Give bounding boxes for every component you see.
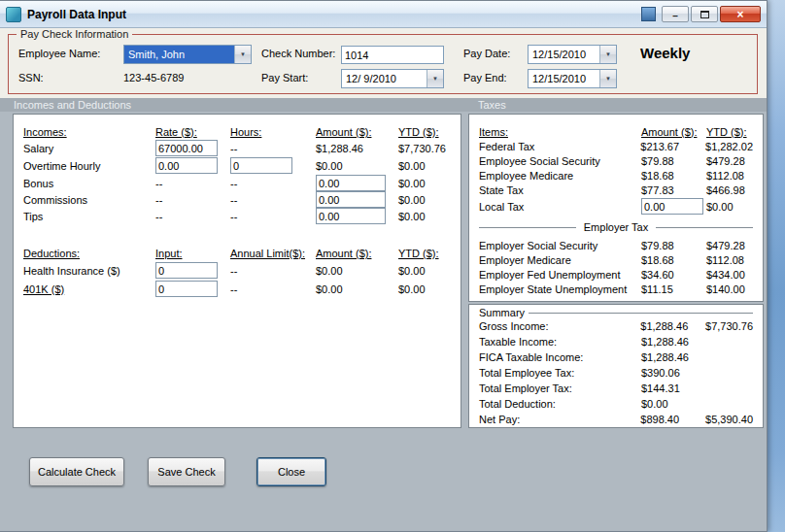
col-ytd: YTD ($): — [398, 126, 461, 138]
tax-ytd: $479.28 — [706, 155, 753, 167]
k401-amount: $0.00 — [316, 283, 398, 295]
check-number-input[interactable] — [341, 46, 444, 64]
pay-date-value[interactable]: 12/15/2010 — [529, 46, 599, 63]
summary-row: FICA Taxable Income: $1,288.46 — [479, 349, 753, 365]
close-icon: × — [736, 8, 743, 21]
ssn-value: 123-45-6789 — [123, 72, 184, 83]
k401-input[interactable] — [155, 281, 218, 297]
employer-tax-label: Employer Tax — [576, 221, 656, 233]
local-tax-input[interactable] — [641, 198, 703, 215]
titlebar[interactable]: Payroll Data Input – × — [0, 1, 767, 28]
local-tax-cell — [641, 198, 706, 215]
salary-hours: -- — [230, 143, 316, 154]
health-limit: -- — [230, 265, 316, 277]
pay-date-dropdown-button[interactable]: ▼ — [599, 46, 616, 63]
employer-tax-separator: Employer Tax — [479, 218, 753, 236]
tax-amount: $79.88 — [641, 155, 706, 167]
col-rate: Rate ($): — [155, 126, 230, 138]
commissions-amount-input[interactable] — [316, 191, 386, 208]
summary-row: Total Employer Tax: $144.31 — [479, 381, 753, 396]
paycheck-info-group: Pay Check Information Employee Name: Smi… — [8, 34, 758, 94]
col-ded-amount: Amount ($): — [316, 248, 398, 259]
save-check-button[interactable]: Save Check — [148, 457, 225, 486]
k401-limit: -- — [230, 283, 316, 295]
income-row-commissions: Commissions -- -- $0.00 — [23, 191, 461, 208]
summary-row-net-pay: Net Pay: $898.40 $5,390.40 — [479, 412, 753, 427]
tax-ytd: $140.00 — [706, 283, 753, 295]
summary-amount: $390.06 — [641, 367, 706, 379]
calculate-check-button[interactable]: Calculate Check — [29, 457, 124, 486]
tax-row: Employer State Unemployment $11.15 $140.… — [479, 282, 753, 296]
overtime-rate-input[interactable] — [155, 157, 218, 174]
tax-row: Employer Fed Unemployment $34.60 $434.00 — [479, 267, 753, 282]
pay-start-dropdown-button[interactable]: ▼ — [427, 70, 443, 87]
tax-row: State Tax $77.83 $466.98 — [479, 183, 753, 197]
income-label: Overtime Hourly — [23, 160, 155, 172]
summary-label: Net Pay: — [479, 414, 640, 425]
health-amount: $0.00 — [316, 265, 398, 277]
summary-row: Gross Income: $1,288.46 $7,730.76 — [479, 318, 753, 334]
minimize-button[interactable]: – — [662, 6, 689, 22]
col-deductions: Deductions: — [23, 248, 155, 259]
tax-item: Employee Medicare — [479, 170, 641, 182]
col-annual-limit: Annual Limit($): — [230, 248, 316, 259]
summary-header-line — [529, 313, 753, 314]
summary-row: Total Employee Tax: $390.06 — [479, 365, 753, 381]
summary-label: Total Employee Tax: — [479, 367, 641, 379]
pay-date-label: Pay Date: — [463, 48, 510, 59]
deduction-label-401k: 401K ($) — [23, 283, 155, 295]
tax-item: Employer Medicare — [479, 254, 641, 266]
ssn-label: SSN: — [18, 72, 44, 83]
tips-amount-cell — [316, 208, 398, 224]
tax-amount: $18.68 — [641, 170, 706, 182]
window-controls: – × — [641, 6, 761, 22]
income-row-salary: Salary -- $1,288.46 $7,730.76 — [23, 140, 461, 156]
chevron-down-icon: ▼ — [240, 51, 246, 57]
window-close-button[interactable]: × — [720, 6, 761, 22]
incomes-section-header: Incomes and Deductions — [14, 99, 131, 111]
pay-end-dropdown-button[interactable]: ▼ — [599, 70, 616, 87]
overtime-amount: $0.00 — [316, 160, 398, 172]
close-form-button[interactable]: Close — [256, 457, 326, 486]
pay-start-value[interactable]: 12/ 9/2010 — [342, 70, 427, 87]
summary-label: Gross Income: — [479, 320, 640, 332]
summary-label: Total Deduction: — [479, 398, 641, 410]
summary-amount: $898.40 — [640, 414, 705, 425]
pay-end-value[interactable]: 12/15/2010 — [529, 70, 599, 87]
salary-rate-cell — [155, 140, 230, 156]
col-incomes: Incomes: — [23, 126, 155, 138]
tips-rate: -- — [155, 211, 230, 222]
employee-name-label: Employee Name: — [18, 48, 100, 59]
overtime-hours-input[interactable] — [230, 157, 292, 174]
tax-amount: $18.68 — [641, 254, 706, 266]
col-ded-ytd: YTD ($): — [398, 248, 461, 259]
tax-ytd: $434.00 — [706, 269, 753, 281]
summary-amount: $1,288.46 — [641, 336, 706, 348]
summary-amount: $1,288.46 — [641, 351, 706, 363]
tax-amount: $34.60 — [641, 269, 706, 281]
salary-rate-input[interactable] — [155, 140, 218, 156]
summary-label: FICA Taxable Income: — [479, 351, 641, 363]
tips-amount-input[interactable] — [316, 208, 386, 224]
health-insurance-input[interactable] — [155, 262, 218, 279]
summary-header: Summary — [479, 307, 753, 318]
col-items: Items: — [479, 126, 641, 138]
employee-name-value[interactable]: Smith, John — [124, 46, 234, 63]
health-input-cell — [155, 262, 230, 279]
summary-label: Taxable Income: — [479, 336, 641, 348]
minimize-icon: – — [672, 11, 678, 21]
tax-item: Employee Social Security — [479, 155, 641, 167]
pay-date-picker[interactable]: 12/15/2010 ▼ — [528, 45, 617, 64]
incomes-header-row: Incomes: Rate ($): Hours: Amount ($): YT… — [23, 124, 461, 140]
tax-ytd: $466.98 — [706, 184, 753, 196]
bonus-amount-input[interactable] — [316, 175, 386, 191]
pay-start-picker[interactable]: 12/ 9/2010 ▼ — [341, 69, 444, 88]
tax-row: Employer Social Security $79.88 $479.28 — [479, 238, 753, 252]
maximize-button[interactable] — [691, 6, 718, 22]
employee-name-dropdown-button[interactable]: ▼ — [234, 46, 251, 63]
employee-name-combobox[interactable]: Smith, John ▼ — [123, 45, 252, 64]
overtime-ytd: $0.00 — [398, 160, 461, 172]
summary-row: Total Deduction: $0.00 — [479, 396, 753, 412]
summary-panel: Summary Gross Income: $1,288.46 $7,730.7… — [468, 304, 764, 428]
pay-end-picker[interactable]: 12/15/2010 ▼ — [528, 69, 617, 88]
